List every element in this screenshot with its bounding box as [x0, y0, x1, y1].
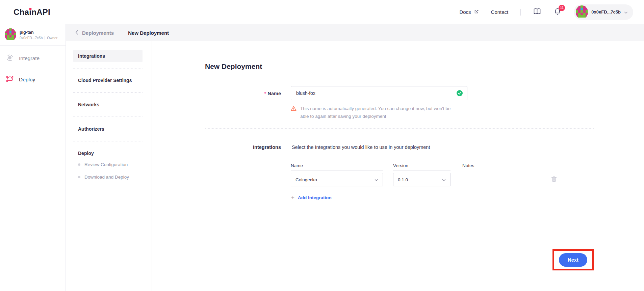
logo-text: Cha	[14, 7, 29, 17]
integration-version-select[interactable]: 0.1.0	[393, 173, 450, 186]
account-address: 0x0eFD...7c5b	[591, 9, 621, 15]
name-field-label: *Name	[189, 91, 281, 96]
name-label-text: Name	[268, 91, 281, 96]
avatar	[576, 5, 588, 19]
warning-icon	[291, 106, 297, 111]
chevron-down-icon	[624, 9, 628, 15]
account-menu[interactable]: 0x0eFD...7c5b	[574, 4, 633, 20]
notifications-badge: 11	[559, 5, 565, 11]
contact-label: Contact	[491, 9, 509, 15]
trash-icon	[550, 178, 558, 184]
column-header-notes: Notes	[462, 163, 474, 168]
integration-name-select[interactable]: Coingecko	[291, 173, 383, 186]
annotation-highlight-box: Next	[552, 249, 594, 270]
integration-notes-value: –	[462, 176, 465, 181]
org-switcher[interactable]: pig-tan 0x0eFD...7c5b Owner	[0, 24, 66, 46]
app-header: ChainAPI Docs Contact	[0, 0, 644, 24]
chevron-down-icon	[375, 177, 378, 182]
step-review-configuration[interactable]: Review Configuration	[78, 160, 143, 169]
step-cloud-provider-settings[interactable]: Cloud Provider Settings	[73, 74, 143, 86]
main-content: New Deployment *Name This name is automa…	[152, 41, 644, 291]
column-header-version: Version	[393, 163, 408, 168]
library-button[interactable]	[533, 7, 541, 17]
app-sidebar: pig-tan 0x0eFD...7c5b Owner Integrate De…	[0, 24, 66, 291]
name-warning: This name is automatically generated. Yo…	[291, 105, 460, 120]
org-address: 0x0eFD...7c5b	[20, 36, 43, 40]
column-underline	[291, 170, 383, 171]
external-link-icon	[474, 9, 479, 15]
org-meta-divider	[45, 36, 45, 39]
required-mark: *	[264, 91, 266, 96]
chevron-down-icon	[442, 177, 446, 182]
integrations-description: Select the Integrations you would like t…	[292, 144, 430, 150]
org-role: Owner	[47, 36, 57, 40]
add-integration-label: Add Integration	[298, 195, 332, 200]
sub-step-label: Review Configuration	[84, 162, 128, 167]
name-input-wrap	[291, 86, 467, 100]
sidebar-item-label: Integrate	[19, 55, 40, 61]
logo: ChainAPI	[14, 7, 50, 17]
deploy-icon	[5, 75, 14, 85]
integrate-icon	[5, 53, 14, 63]
add-integration-button[interactable]: + Add Integration	[291, 195, 332, 201]
sidebar-item-deploy[interactable]: Deploy	[0, 71, 66, 88]
sub-step-label: Download and Deploy	[84, 175, 129, 180]
footer-divider	[205, 248, 594, 248]
integration-version-value: 0.1.0	[398, 177, 408, 182]
next-button[interactable]: Next	[559, 253, 587, 267]
step-divider	[73, 116, 143, 117]
org-info: pig-tan 0x0eFD...7c5b Owner	[20, 30, 57, 40]
docs-link[interactable]: Docs	[459, 9, 479, 15]
section-divider	[205, 128, 594, 129]
step-divider	[73, 68, 143, 69]
step-integrations[interactable]: Integrations	[73, 50, 143, 62]
delete-integration-button[interactable]	[550, 176, 558, 184]
app: ChainAPI Docs Contact	[0, 0, 644, 291]
header-divider	[520, 9, 521, 16]
column-underline	[393, 170, 450, 171]
logo-text-tail: nAPI	[31, 7, 50, 17]
sidebar-item-label: Deploy	[19, 77, 35, 83]
column-header-name: Name	[291, 163, 303, 168]
page-title: New Deployment	[205, 62, 262, 71]
integrations-section-label: Integrations	[189, 144, 281, 150]
step-deploy[interactable]: Deploy	[73, 147, 143, 159]
step-divider	[73, 141, 143, 141]
valid-check-icon	[457, 90, 463, 96]
contact-link[interactable]: Contact	[491, 9, 509, 15]
notifications-button[interactable]: 11	[553, 7, 562, 17]
step-networks[interactable]: Networks	[73, 99, 143, 111]
integration-name-value: Coingecko	[295, 177, 317, 182]
header-actions: Docs Contact 11	[459, 4, 633, 20]
logo-dotted-i: i	[29, 7, 31, 17]
step-divider	[73, 92, 143, 93]
deployment-steps-nav: Integrations Cloud Provider Settings Net…	[66, 41, 152, 291]
chevron-left-icon	[75, 30, 78, 36]
name-input[interactable]	[295, 90, 457, 96]
back-label: Deployments	[82, 30, 114, 36]
plus-icon: +	[291, 195, 294, 201]
bullet-icon	[78, 163, 80, 166]
org-name: pig-tan	[20, 30, 57, 35]
step-authorizers[interactable]: Authorizers	[73, 123, 143, 135]
step-download-and-deploy[interactable]: Download and Deploy	[78, 173, 143, 182]
tab-new-deployment[interactable]: New Deployment	[128, 30, 169, 36]
bullet-icon	[78, 176, 80, 178]
warning-text: This name is automatically generated. Yo…	[300, 105, 456, 120]
back-to-deployments[interactable]: Deployments	[75, 30, 114, 36]
docs-label: Docs	[459, 9, 471, 15]
breadcrumb-bar: Deployments New Deployment	[66, 24, 644, 41]
sidebar-item-integrate[interactable]: Integrate	[0, 50, 66, 67]
book-icon	[533, 7, 541, 17]
org-avatar	[5, 28, 16, 41]
